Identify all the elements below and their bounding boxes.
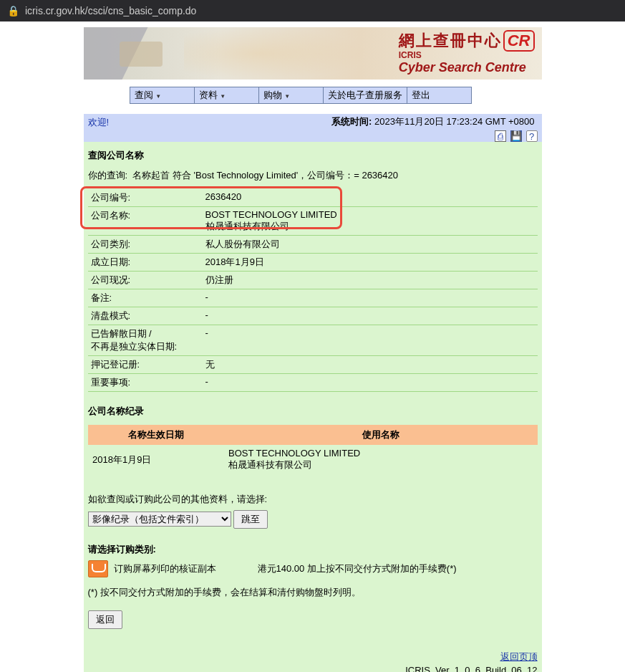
label-dissolve: 已告解散日期 /不再是独立实体日期: xyxy=(88,325,203,356)
cart-fee: 港元140.00 加上按不同交付方式附加的手续费(*) xyxy=(258,562,457,575)
label-type: 公司类别: xyxy=(88,236,203,254)
name-history-heading: 公司名称纪录 xyxy=(88,405,538,418)
url-text: icris.cr.gov.hk/csci/cns_basic_comp.do xyxy=(25,5,196,16)
col-effective-date: 名称生效日期 xyxy=(88,426,224,445)
chevron-down-icon: ▼ xyxy=(220,93,226,100)
order-heading: 请选择订购类别: xyxy=(88,543,538,556)
value-inc-date: 2018年1月9日 xyxy=(203,254,538,272)
value-remark: - xyxy=(203,289,538,307)
back-button[interactable]: 返回 xyxy=(88,610,122,629)
address-bar: 🔒 icris.cr.gov.hk/csci/cns_basic_comp.do xyxy=(0,0,625,21)
main-menu: 查阅 ▼ 资料 ▼ 购物 ▼ 关於电子查册服务 登出 xyxy=(130,87,472,104)
cart-icon[interactable] xyxy=(88,560,108,577)
banner-sub2: Cyber Search Centre xyxy=(399,60,535,75)
value-winding: - xyxy=(203,307,538,325)
value-important: - xyxy=(203,374,538,392)
lock-icon: 🔒 xyxy=(7,5,19,16)
menu-info[interactable]: 资料 ▼ xyxy=(194,87,258,104)
value-dissolve: - xyxy=(203,325,538,356)
menu-logout[interactable]: 登出 xyxy=(407,87,471,104)
value-type: 私人股份有限公司 xyxy=(203,236,538,254)
label-remark: 备注: xyxy=(88,289,203,307)
banner-sub1: ICRIS xyxy=(399,50,535,60)
label-important: 重要事项: xyxy=(88,374,203,392)
label-winding: 清盘模式: xyxy=(88,307,203,325)
value-charge: 无 xyxy=(203,356,538,374)
cell-date: 2018年1月9日 xyxy=(88,445,224,475)
fee-note: (*) 按不同交付方式附加的手续费，会在结算和清付购物盤时列明。 xyxy=(88,586,538,599)
banner-title-cn: 網上查冊中心 xyxy=(399,30,502,52)
banner: 網上查冊中心CR ICRIS Cyber Search Centre xyxy=(84,27,542,80)
label-charge: 押记登记册: xyxy=(88,356,203,374)
menu-eservice[interactable]: 关於电子查册服务 xyxy=(323,87,407,104)
welcome-bar: 欢迎! 系统时间: 2023年11月20日 17:23:24 GMT +0800… xyxy=(84,114,542,142)
other-info-prompt: 如欲查阅或订购此公司的其他资料，请选择: xyxy=(88,493,538,506)
system-time: 系统时间: 2023年11月20日 17:23:24 GMT +0800 xyxy=(331,115,534,128)
menu-cart[interactable]: 购物 ▼ xyxy=(258,87,323,104)
value-status: 仍注册 xyxy=(203,272,538,289)
query-line: 你的查询: 名称起首 符合 'Bost Technology Limited'，… xyxy=(88,169,538,182)
cart-label: 订购屏幕列印的核证副本 xyxy=(114,562,216,575)
content-area: 查阅公司名称 你的查询: 名称起首 符合 'Bost Technology Li… xyxy=(84,142,542,672)
name-history-table: 名称生效日期 使用名称 2018年1月9日 BOST TECHNOLOGY LI… xyxy=(88,425,538,474)
col-name-used: 使用名称 xyxy=(224,426,537,445)
back-to-top-link[interactable]: 返回页顶 xyxy=(500,651,538,662)
save-icon[interactable]: 💾 xyxy=(510,130,522,142)
goto-button[interactable]: 跳至 xyxy=(233,510,268,529)
banner-cr-badge: CR xyxy=(503,30,535,52)
version-text: ICRIS_Ver_1_0_6_Build_06_12 xyxy=(88,665,538,672)
highlight-box xyxy=(80,186,342,229)
cell-name: BOST TECHNOLOGY LIMITED柏晟通科技有限公司 xyxy=(224,445,537,475)
print-icon[interactable]: ⎙ xyxy=(495,130,506,142)
chevron-down-icon: ▼ xyxy=(284,93,290,100)
help-icon[interactable]: ? xyxy=(526,130,538,142)
label-inc-date: 成立日期: xyxy=(88,254,203,272)
other-info-select[interactable]: 影像纪录（包括文件索引） xyxy=(88,512,231,527)
section-title: 查阅公司名称 xyxy=(88,149,538,162)
chevron-down-icon: ▼ xyxy=(155,93,161,100)
label-status: 公司现况: xyxy=(88,272,203,289)
welcome-text: 欢迎! xyxy=(88,117,110,128)
table-row: 2018年1月9日 BOST TECHNOLOGY LIMITED柏晟通科技有限… xyxy=(88,445,537,475)
menu-browse[interactable]: 查阅 ▼ xyxy=(130,87,194,104)
